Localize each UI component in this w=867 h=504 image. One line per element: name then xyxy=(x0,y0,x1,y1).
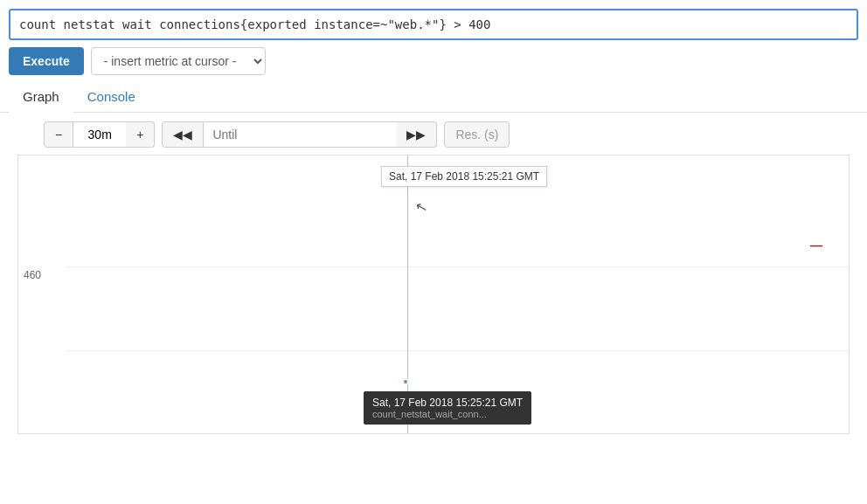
chart-inner: Sat, 17 Feb 2018 15:25:21 GMT ↖ — Sat, 1… xyxy=(66,155,849,433)
until-input[interactable] xyxy=(204,121,396,148)
metric-selector[interactable]: - insert metric at cursor - xyxy=(91,47,266,75)
tab-console[interactable]: Console xyxy=(73,82,149,113)
minus-button[interactable]: − xyxy=(44,121,73,148)
res-button[interactable]: Res. (s) xyxy=(444,121,510,148)
grid-line xyxy=(66,266,849,267)
rewind-button[interactable]: ◀◀ xyxy=(162,121,204,148)
tab-graph[interactable]: Graph xyxy=(9,82,73,113)
tooltip-top: Sat, 17 Feb 2018 15:25:21 GMT xyxy=(381,166,547,187)
plus-button[interactable]: + xyxy=(126,121,155,148)
graph-controls: − + ◀◀ ▶▶ Res. (s) xyxy=(44,121,858,148)
chart-container: 460 Sat, 17 Feb 2018 15:25:21 GMT ↖ — Sa… xyxy=(17,155,850,434)
query-input[interactable] xyxy=(9,9,858,40)
red-dash-marker: — xyxy=(810,238,822,252)
y-axis-label: 460 xyxy=(24,269,41,281)
cursor-indicator: ↖ xyxy=(413,198,428,217)
data-point xyxy=(402,378,409,385)
tabs-bar: Graph Console xyxy=(0,82,867,113)
top-bar xyxy=(0,0,867,40)
toolbar: Execute - insert metric at cursor - xyxy=(0,40,867,82)
grid-line xyxy=(66,350,849,351)
forward-button[interactable]: ▶▶ xyxy=(396,121,437,148)
tooltip-bottom: Sat, 17 Feb 2018 15:25:21 GMT count_nets… xyxy=(364,391,531,425)
tooltip-metric: count_netstat_wait_conn... xyxy=(372,409,523,419)
graph-area: − + ◀◀ ▶▶ Res. (s) 460 Sat, 17 Feb 2018 … xyxy=(0,113,867,434)
tooltip-time: Sat, 17 Feb 2018 15:25:21 GMT xyxy=(372,397,523,409)
execute-button[interactable]: Execute xyxy=(9,47,84,75)
duration-input[interactable] xyxy=(73,121,126,148)
